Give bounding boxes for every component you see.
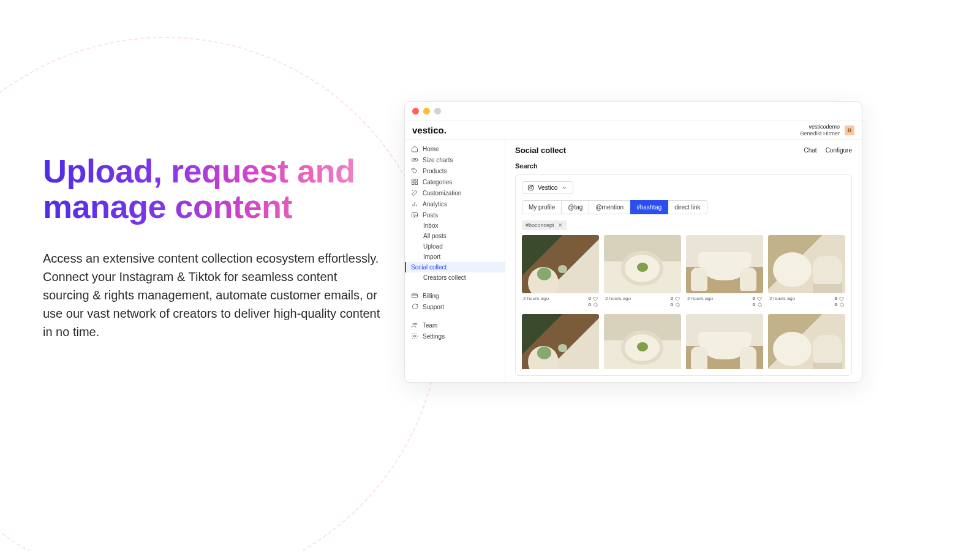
sidebar-item-support[interactable]: Support [405,301,505,312]
tab--mention[interactable]: @mention [589,200,630,214]
comment-icon [757,302,762,307]
comments-count: 0 [589,302,591,308]
post-time: 2 hours ago [523,296,549,301]
post-thumbnail [522,314,599,369]
sidebar-subitem-upload[interactable]: Upload [405,241,505,252]
sidebar-item-settings[interactable]: Settings [405,331,505,342]
sidebar-item-label: All posts [423,233,447,239]
sidebar-item-home[interactable]: Home [405,143,505,154]
post-card[interactable] [522,314,599,369]
sidebar-item-label: Settings [423,333,445,340]
sidebar-subitem-social-collect[interactable]: Social collect [405,262,505,272]
post-thumbnail [686,314,763,369]
user-name: Benedikt Hirmer [800,130,840,137]
sidebar-item-customization[interactable]: Customization [405,187,505,198]
sidebar-item-analytics[interactable]: Analytics [405,198,505,209]
sidebar-item-label: Posts [423,212,438,219]
tab-direct-link[interactable]: direct link [668,200,707,214]
post-thumbnail [768,314,845,369]
post-card[interactable] [686,314,763,369]
comment-icon [839,302,844,307]
app-topbar: vestico. vesticodemo Benedikt Hirmer B [405,121,862,140]
heart-icon [839,296,844,301]
tag-icon [411,167,418,174]
svg-rect-8 [415,182,418,185]
window-titlebar [405,102,862,121]
home-icon [411,145,418,152]
tab-my-profile[interactable]: My profile [522,200,562,214]
gear-icon [411,332,418,340]
user-menu[interactable]: vesticodemo Benedikt Hirmer B [800,124,854,137]
svg-rect-6 [415,179,418,182]
sidebar-subitem-import[interactable]: Import [405,252,505,262]
wand-icon [411,189,418,197]
tab--hashtag[interactable]: #hashtag [630,200,668,214]
svg-point-22 [532,186,533,187]
account-selector-label: Vestico [538,184,557,191]
post-thumbnail [686,235,763,293]
sidebar-item-label: Import [423,253,440,260]
sidebar-item-categories[interactable]: Categories [405,176,505,187]
sidebar-item-team[interactable]: Team [405,320,505,331]
sidebar-item-products[interactable]: Products [405,165,505,176]
avatar: B [845,126,854,135]
post-meta: 2 hours ago00 [522,293,599,310]
post-meta: 2 hours ago00 [768,293,845,310]
likes-count: 0 [753,296,755,302]
sidebar-item-label: Upload [423,243,443,250]
sidebar-item-label: Customization [423,190,461,197]
chat-link[interactable]: Chat [804,147,817,154]
hero-title: Upload, request and manage content [43,153,386,225]
hero-body: Access an extensive content collection e… [43,249,386,341]
post-time: 2 hours ago [687,296,713,301]
sidebar-item-label: Support [423,304,444,310]
svg-point-17 [413,323,415,325]
heart-icon [675,296,680,301]
chat-icon [411,303,418,310]
account-selector[interactable]: Vestico [522,181,573,194]
comments-count: 0 [671,302,673,308]
post-card[interactable]: 2 hours ago00 [604,235,681,309]
comment-icon [593,302,598,307]
svg-point-4 [413,169,413,170]
grid-icon [411,178,418,186]
sidebar-item-size-charts[interactable]: Size charts [405,154,505,165]
post-card[interactable]: 2 hours ago00 [686,235,763,309]
post-card[interactable] [604,314,681,369]
heart-icon [593,296,598,301]
comments-count: 0 [835,302,837,308]
tab--tag[interactable]: @tag [562,200,589,214]
close-icon[interactable]: ✕ [558,222,563,228]
sidebar-subitem-inbox[interactable]: Inbox [405,220,505,231]
post-thumbnail [604,235,681,293]
post-time: 2 hours ago [769,296,795,301]
filter-chip[interactable]: #boconcept ✕ [522,220,567,230]
post-card[interactable] [768,314,845,369]
sidebar: HomeSize chartsProductsCategoriesCustomi… [405,140,505,382]
sidebar-item-label: Inbox [423,222,438,229]
sidebar-subitem-creators-collect[interactable]: Creators collect [405,272,505,283]
chevron-down-icon [561,184,568,191]
window-close-dot[interactable] [412,108,419,114]
svg-point-14 [413,214,415,216]
window-max-dot[interactable] [434,108,441,114]
svg-rect-15 [412,294,418,298]
instagram-icon [527,184,534,191]
window-min-dot[interactable] [423,108,430,114]
sidebar-item-label: Analytics [423,201,447,208]
post-time: 2 hours ago [605,296,631,301]
card-icon [411,292,418,299]
search-label: Search [515,162,852,170]
svg-rect-5 [412,179,415,182]
post-card[interactable]: 2 hours ago00 [522,235,599,309]
post-thumbnail [522,235,599,293]
post-thumbnail [604,314,681,369]
post-card[interactable]: 2 hours ago00 [768,235,845,309]
chart-icon [411,200,418,208]
sidebar-subitem-all-posts[interactable]: All posts [405,231,505,241]
sidebar-item-posts[interactable]: Posts [405,209,505,220]
sidebar-item-billing[interactable]: Billing [405,290,505,301]
configure-link[interactable]: Configure [826,147,852,154]
sidebar-item-label: Home [423,146,439,152]
svg-rect-7 [412,182,415,185]
